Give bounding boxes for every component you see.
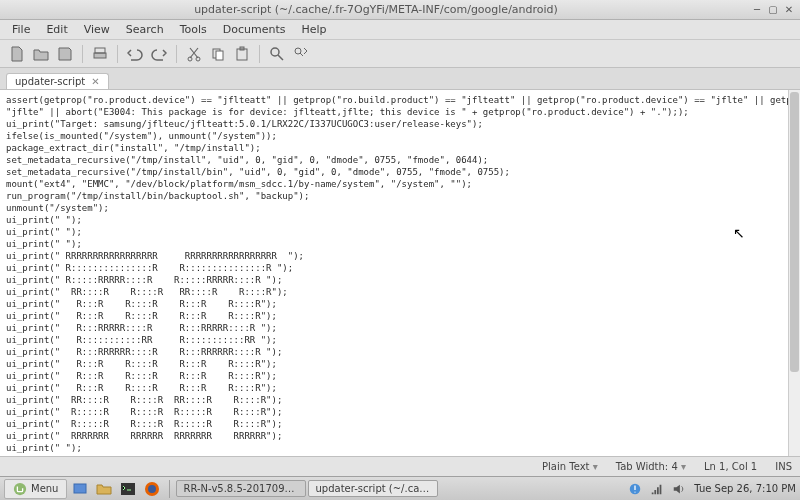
vertical-scrollbar[interactable]: [788, 90, 800, 456]
start-menu-label: Menu: [31, 483, 58, 494]
start-menu-button[interactable]: Menu: [4, 479, 67, 499]
menu-view[interactable]: View: [76, 21, 118, 38]
terminal-launcher[interactable]: [117, 478, 139, 500]
svg-point-14: [148, 485, 156, 493]
minimize-button[interactable]: ─: [750, 3, 764, 17]
cursor-position: Ln 1, Col 1: [704, 461, 757, 472]
status-bar: Plain Text Tab Width: 4 Ln 1, Col 1 INS: [0, 456, 800, 476]
toolbar-separator: [259, 45, 260, 63]
open-file-button[interactable]: [30, 43, 52, 65]
cut-button[interactable]: [183, 43, 205, 65]
tab-updater-script[interactable]: updater-script ✕: [6, 73, 109, 89]
code-editor[interactable]: assert(getprop("ro.product.device") == "…: [0, 90, 788, 456]
new-file-button[interactable]: [6, 43, 28, 65]
svg-rect-11: [74, 484, 86, 493]
tab-strip: updater-script ✕: [0, 68, 800, 90]
menu-search[interactable]: Search: [118, 21, 172, 38]
taskbar-separator: [169, 480, 170, 498]
menu-tools[interactable]: Tools: [172, 21, 215, 38]
svg-point-10: [14, 482, 26, 494]
find-button[interactable]: [266, 43, 288, 65]
svg-rect-7: [240, 47, 244, 50]
maximize-button[interactable]: ▢: [766, 3, 780, 17]
find-replace-button[interactable]: [290, 43, 312, 65]
taskbar-item-archive[interactable]: RR-N-v5.8.5-2017092...: [176, 480, 306, 497]
svg-rect-1: [94, 53, 106, 58]
paste-button[interactable]: [231, 43, 253, 65]
clock[interactable]: Tue Sep 26, 7:10 PM: [694, 483, 796, 494]
update-icon[interactable]: [628, 482, 642, 496]
menu-documents[interactable]: Documents: [215, 21, 294, 38]
copy-button[interactable]: [207, 43, 229, 65]
scrollbar-thumb[interactable]: [790, 92, 799, 372]
mint-logo-icon: [13, 482, 27, 496]
menu-edit[interactable]: Edit: [38, 21, 75, 38]
svg-point-8: [271, 48, 279, 56]
insert-mode[interactable]: INS: [775, 461, 792, 472]
title-bar: updater-script (~/.cache/.fr-7OgYFi/META…: [0, 0, 800, 20]
save-button[interactable]: [54, 43, 76, 65]
toolbar-separator: [82, 45, 83, 63]
toolbar-separator: [117, 45, 118, 63]
svg-rect-6: [237, 49, 247, 60]
print-button[interactable]: [89, 43, 111, 65]
toolbar: [0, 40, 800, 68]
network-icon[interactable]: [650, 482, 664, 496]
redo-button[interactable]: [148, 43, 170, 65]
file-manager-launcher[interactable]: [93, 478, 115, 500]
close-button[interactable]: ✕: [782, 3, 796, 17]
toolbar-separator: [176, 45, 177, 63]
menu-help[interactable]: Help: [293, 21, 334, 38]
firefox-launcher[interactable]: [141, 478, 163, 500]
syntax-mode[interactable]: Plain Text: [542, 461, 598, 472]
desktop-taskbar: Menu RR-N-v5.8.5-2017092... updater-scri…: [0, 476, 800, 500]
undo-button[interactable]: [124, 43, 146, 65]
editor-area: assert(getprop("ro.product.device") == "…: [0, 90, 800, 456]
menu-bar: File Edit View Search Tools Documents He…: [0, 20, 800, 40]
window-title: updater-script (~/.cache/.fr-7OgYFi/META…: [4, 3, 748, 16]
tab-width[interactable]: Tab Width: 4: [616, 461, 686, 472]
tab-close-icon[interactable]: ✕: [91, 76, 99, 87]
svg-rect-5: [216, 51, 223, 60]
menu-file[interactable]: File: [4, 21, 38, 38]
show-desktop-button[interactable]: [69, 478, 91, 500]
system-tray: Tue Sep 26, 7:10 PM: [628, 482, 796, 496]
volume-icon[interactable]: [672, 482, 686, 496]
taskbar-item-editor[interactable]: updater-script (~/.cac...: [308, 480, 438, 497]
svg-rect-0: [95, 48, 105, 53]
tab-label: updater-script: [15, 76, 85, 87]
